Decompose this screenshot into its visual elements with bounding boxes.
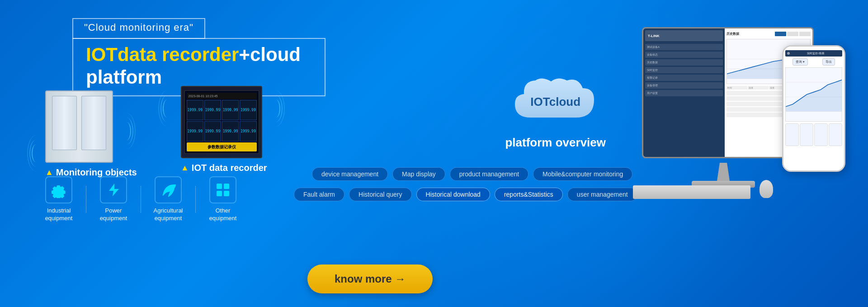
platform-label: platform overview — [505, 136, 606, 150]
banner: "Cloud monitoring era" IOTdata recorder+… — [0, 0, 868, 307]
monitor-stand — [714, 163, 732, 181]
sidebar-item-1: 测试设备A — [645, 44, 723, 50]
phone-signal-dot — [787, 52, 790, 55]
phone-footer — [785, 123, 842, 146]
tag-device-management: device management — [312, 167, 388, 181]
tag-map-display: Map display — [392, 167, 445, 181]
svg-rect-1 — [217, 184, 222, 189]
phone-screen: 实时监控-情调 查询 ▾ 导出 — [783, 47, 844, 170]
cloud-section: IOTcloud platform overview — [505, 72, 606, 150]
icon-item-agricultural: Agriculturalequipment — [146, 176, 191, 222]
tag-reports-statistics: reports&Statistics — [495, 188, 563, 201]
feature-tags-row1: device management Map display product ma… — [312, 167, 632, 181]
bolt-icon — [100, 176, 127, 203]
feature-tags-row2: Fault alarm Historical query Historical … — [294, 188, 637, 201]
grid-icon — [209, 176, 236, 203]
know-more-button[interactable]: know more → — [307, 264, 433, 293]
cabinet-door-left — [52, 96, 77, 150]
sidebar-item-7: 用户设置 — [645, 90, 723, 96]
warning-icon-iot: ▲ — [181, 163, 189, 173]
sidebar-item-2: 设备状态 — [645, 52, 723, 58]
main-title: IOTdata recorder+cloud platform — [86, 43, 312, 89]
svg-rect-2 — [224, 184, 229, 189]
warning-icon-monitoring: ▲ — [45, 168, 53, 177]
icon-item-industrial: Industrialequipment — [36, 176, 81, 222]
iot-label: ▲ IOT data recorder — [181, 163, 267, 173]
icon-divider-1 — [86, 186, 86, 213]
sidebar-item-6: 设备管理 — [645, 82, 723, 89]
cloud-era-label: "Cloud monitoring era" — [84, 22, 193, 33]
leaf-icon — [155, 176, 182, 203]
sidebar-item-4: 实时监控 — [645, 67, 723, 73]
power-label: Powerequipment — [100, 207, 127, 222]
phone-footer-item-2 — [800, 123, 813, 146]
tag-historical-query: Historical query — [349, 188, 411, 201]
monitoring-section: ▲ Monitoring objects — [45, 90, 137, 178]
tag-historical-download: Historical download — [416, 188, 490, 201]
sidebar-item-3: 历史数据 — [645, 59, 723, 66]
icon-item-other: Otherequipment — [200, 176, 245, 222]
other-label: Otherequipment — [209, 207, 237, 222]
svg-rect-3 — [217, 191, 222, 196]
industrial-label: Industrialequipment — [45, 207, 73, 222]
icon-divider-3 — [195, 186, 196, 213]
icons-row: Industrialequipment Powerequipment Agric… — [36, 176, 245, 222]
gear-icon — [45, 176, 72, 203]
cloud-era-box: "Cloud monitoring era" — [72, 18, 205, 39]
tag-mobile-monitoring: Mobile&computer monitoring — [533, 167, 632, 181]
mouse — [760, 180, 773, 198]
title-highlight: IOTdata recorder — [86, 44, 239, 65]
icon-item-power: Powerequipment — [91, 176, 136, 222]
phone-header: 实时监控-情调 — [785, 50, 842, 57]
phone-footer-item-3 — [814, 123, 828, 146]
svg-marker-12 — [786, 80, 842, 112]
svg-rect-4 — [224, 191, 229, 196]
icon-divider-2 — [141, 186, 141, 213]
phone-footer-item-1 — [785, 123, 799, 146]
iot-section: 2023-08-01 10:23:45 1999.99 1999.99 1999… — [181, 86, 267, 173]
sidebar-item-5: 报警记录 — [645, 75, 723, 81]
cloud-text: IOTcloud — [530, 95, 580, 109]
cloud-shape: IOTcloud — [506, 72, 605, 131]
phone-chart — [785, 67, 842, 122]
phone-footer-item-4 — [829, 123, 842, 146]
monitor-sidebar: T-LINK 测试设备A 设备状态 历史数据 实时监控 报警记录 设备管理 用户… — [643, 28, 725, 157]
industrial-cabinet-image — [45, 90, 113, 163]
tag-product-management: product management — [450, 167, 528, 181]
cabinet-door-right — [81, 96, 106, 150]
keyboard — [633, 185, 750, 199]
iot-recorder-image: 2023-08-01 10:23:45 1999.99 1999.99 1999… — [181, 86, 262, 158]
phone-device: 实时监控-情调 查询 ▾ 导出 — [782, 45, 845, 172]
tag-fault-alarm: Fault alarm — [294, 188, 344, 201]
agricultural-label: Agriculturalequipment — [153, 207, 183, 222]
left-section: "Cloud monitoring era" IOTdata recorder+… — [72, 18, 326, 96]
